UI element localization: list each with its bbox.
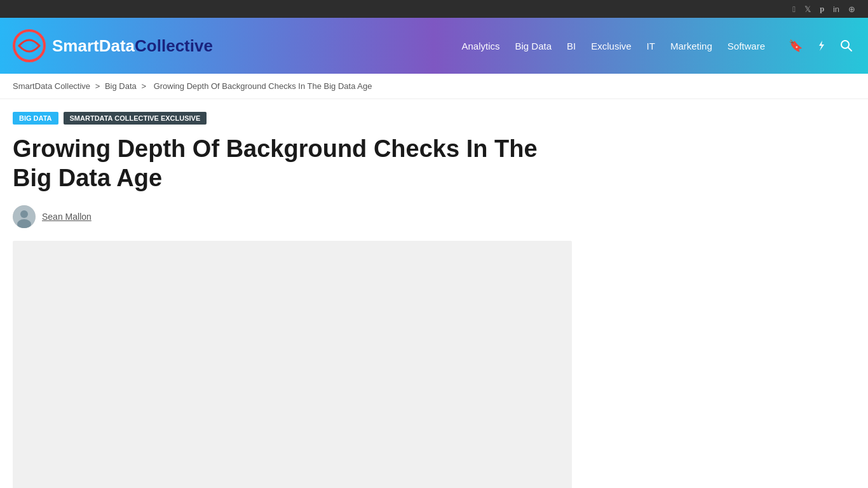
lightning-icon[interactable] [812,37,830,55]
breadcrumb-sep-2: > [141,81,146,91]
topbar-facebook-link[interactable]:  [792,4,796,14]
article-tags: BIG DATA SMARTDATA COLLECTIVE EXCLUSIVE [13,112,572,125]
logo-icon [13,29,46,62]
svg-point-4 [841,41,849,48]
main-container: BIG DATA SMARTDATA COLLECTIVE EXCLUSIVE … [0,99,868,488]
topbar-linkedin-link[interactable]: in [833,4,839,14]
article-title: Growing Depth Of Background Checks In Th… [13,135,572,193]
topbar-twitter-link[interactable]: 𝕏 [804,4,811,14]
breadcrumb: SmartData Collective > Big Data > Growin… [0,74,868,99]
nav-bigdata[interactable]: Big Data [515,41,552,51]
breadcrumb-home[interactable]: SmartData Collective [13,81,90,91]
main-nav: Analytics Big Data BI Exclusive IT Marke… [461,37,855,55]
bookmark-icon[interactable]: 🔖 [787,37,804,55]
author-name-link[interactable]: Sean Mallon [42,212,92,222]
breadcrumb-bigdata[interactable]: Big Data [105,81,137,91]
nav-marketing[interactable]: Marketing [670,41,712,51]
svg-point-2 [26,43,32,49]
nav-icon-group: 🔖 [787,37,855,55]
nav-it[interactable]: IT [647,41,655,51]
search-icon[interactable] [837,37,855,55]
breadcrumb-sep-1: > [95,81,100,91]
nav-software[interactable]: Software [728,41,765,51]
featured-image [13,241,572,488]
svg-line-5 [848,48,851,51]
nav-analytics[interactable]: Analytics [461,41,499,51]
author-avatar [13,205,36,228]
logo-text: SmartDataCollective [52,36,213,56]
svg-marker-3 [819,41,824,51]
nav-exclusive[interactable]: Exclusive [591,41,631,51]
nav-bi[interactable]: BI [567,41,576,51]
topbar-rss-link[interactable]: ⊕ [848,4,855,14]
sidebar: FOLLOW SOCIALS f Facebook LIKE 34.2k [591,112,807,488]
tag-exclusive[interactable]: SMARTDATA COLLECTIVE EXCLUSIVE [64,112,207,125]
article-area: BIG DATA SMARTDATA COLLECTIVE EXCLUSIVE … [13,112,572,488]
breadcrumb-current: Growing Depth Of Background Checks In Th… [154,81,372,91]
tag-bigdata[interactable]: BIG DATA [13,112,58,125]
top-social-bar:  𝕏 𝐩 in ⊕ [0,0,868,18]
svg-point-7 [20,210,28,218]
sidebar-ad-area [591,112,807,488]
topbar-pinterest-link[interactable]: 𝐩 [820,4,824,14]
site-logo[interactable]: SmartDataCollective [13,29,213,62]
author-row: Sean Mallon [13,205,572,228]
site-header: SmartDataCollective Analytics Big Data B… [0,18,868,74]
